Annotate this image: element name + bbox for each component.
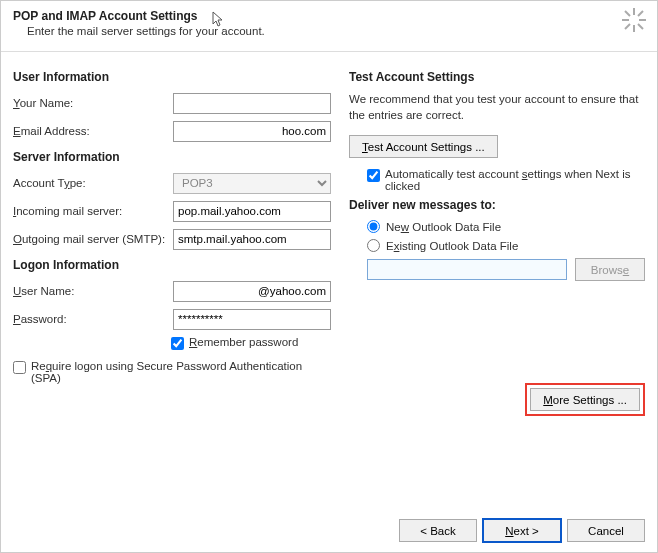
- svg-line-5: [638, 24, 643, 29]
- right-column: Test Account Settings We recommend that …: [349, 62, 645, 388]
- next-button[interactable]: Next >: [483, 519, 561, 542]
- more-settings-button[interactable]: More Settings ...: [530, 388, 640, 411]
- dialog-title: POP and IMAP Account Settings: [13, 9, 645, 23]
- footer-buttons: < Back Next > Cancel: [399, 519, 645, 542]
- outgoing-label: Outgoing mail server (SMTP):: [13, 233, 173, 245]
- password-label: Password:: [13, 313, 173, 325]
- outgoing-input[interactable]: [173, 229, 331, 250]
- test-account-button[interactable]: Test Account Settings ...: [349, 135, 498, 158]
- username-label: User Name:: [13, 285, 173, 297]
- auto-test-label: Automatically test account settings when…: [385, 168, 645, 192]
- test-settings-heading: Test Account Settings: [349, 70, 645, 84]
- dialog-subtitle: Enter the mail server settings for your …: [27, 25, 645, 37]
- logon-info-heading: Logon Information: [13, 258, 331, 272]
- svg-line-6: [638, 11, 643, 16]
- more-settings-highlight: More Settings ...: [525, 383, 645, 416]
- test-settings-text: We recommend that you test your account …: [349, 92, 645, 123]
- cursor-icon: [211, 11, 225, 29]
- svg-line-7: [625, 24, 630, 29]
- incoming-label: Incoming mail server:: [13, 205, 173, 217]
- your-name-input[interactable]: [173, 93, 331, 114]
- browse-button: Browse: [575, 258, 645, 281]
- deliver-heading: Deliver new messages to:: [349, 198, 645, 212]
- dialog-header: POP and IMAP Account Settings Enter the …: [1, 1, 657, 52]
- left-column: User Information Your Name: Email Addres…: [13, 62, 331, 388]
- user-info-heading: User Information: [13, 70, 331, 84]
- sparkle-cursor-icon: [621, 7, 647, 37]
- new-file-radio[interactable]: [367, 220, 380, 233]
- back-button[interactable]: < Back: [399, 519, 477, 542]
- account-type-select: POP3: [173, 173, 331, 194]
- new-file-label: New Outlook Data File: [386, 221, 501, 233]
- email-label: Email Address:: [13, 125, 173, 137]
- username-input[interactable]: [173, 281, 331, 302]
- remember-password-label: Remember password: [189, 336, 298, 348]
- existing-file-label: Existing Outlook Data File: [386, 240, 518, 252]
- spa-checkbox[interactable]: [13, 361, 26, 374]
- auto-test-checkbox[interactable]: [367, 169, 380, 182]
- incoming-input[interactable]: [173, 201, 331, 222]
- existing-file-radio[interactable]: [367, 239, 380, 252]
- cancel-button[interactable]: Cancel: [567, 519, 645, 542]
- spa-label: Require logon using Secure Password Auth…: [31, 360, 331, 384]
- existing-file-input: [367, 259, 567, 280]
- svg-line-4: [625, 11, 630, 16]
- account-type-label: Account Type:: [13, 177, 173, 189]
- remember-password-checkbox[interactable]: [171, 337, 184, 350]
- server-info-heading: Server Information: [13, 150, 331, 164]
- email-input[interactable]: [173, 121, 331, 142]
- password-input[interactable]: [173, 309, 331, 330]
- your-name-label: Your Name:: [13, 97, 173, 109]
